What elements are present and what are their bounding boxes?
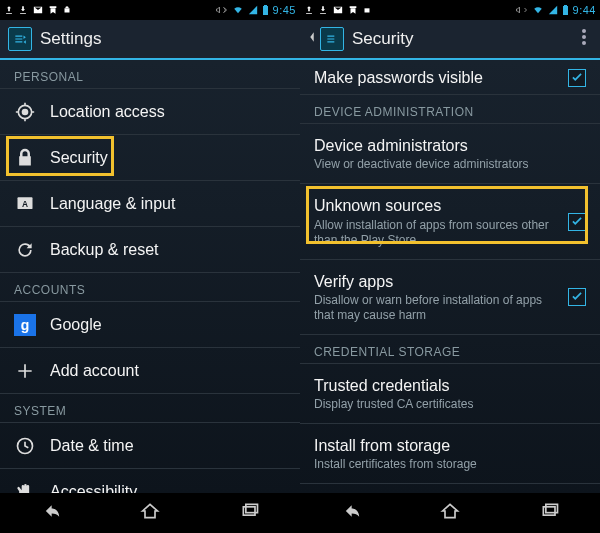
row-verify-apps[interactable]: Verify apps Disallow or warn before inst… [300,260,600,335]
clock-icon [14,435,36,457]
label-install: Install from storage [314,436,586,455]
navbar [300,493,600,533]
sub-verify: Disallow or warn before installation of … [314,293,554,323]
statusbar: 9:44 [300,0,600,20]
cat-personal: PERSONAL [0,60,300,88]
label-a11y: Accessibility [50,482,286,493]
cat-accounts: ACCOUNTS [0,273,300,301]
envelope-icon [332,5,344,15]
play-store-icon [348,5,358,15]
nav-home[interactable] [438,501,462,525]
label-datetime: Date & time [50,436,286,455]
plus-icon [14,360,36,382]
row-google-account[interactable]: g Google [0,302,300,348]
row-add-account[interactable]: Add account [0,348,300,394]
upload-icon [4,5,14,15]
label-location: Location access [50,102,286,121]
actionbar-title: Settings [40,29,101,49]
upload-icon [304,5,314,15]
wifi-icon [232,5,244,15]
label-trusted: Trusted credentials [314,376,586,395]
label-verify: Verify apps [314,272,554,291]
label-unknown: Unknown sources [314,196,554,215]
actionbar: Security [300,20,600,60]
chevron-left-icon [308,30,316,48]
sub-install: Install certificates from storage [314,457,586,472]
phone-settings: 9:45 Settings PERSONAL Location access [0,0,300,533]
cat-device-administration: DEVICE ADMINISTRATION [300,95,600,123]
envelope-icon [32,5,44,15]
location-icon [14,101,36,123]
svg-point-0 [22,109,29,116]
settings-app-icon[interactable] [8,27,32,51]
vibrate-icon [216,4,228,16]
settings-list[interactable]: PERSONAL Location access Security [0,60,300,493]
signal-icon [548,5,558,15]
backup-icon [14,239,36,261]
sub-unknown: Allow installation of apps from sources … [314,218,554,248]
nav-recent[interactable] [538,501,562,525]
actionbar-title: Security [352,29,413,49]
row-date-time[interactable]: Date & time [0,423,300,469]
svg-point-9 [582,41,586,45]
cat-system: SYSTEM [0,394,300,422]
sub-trusted: Display trusted CA certificates [314,397,586,412]
battery-icon [562,4,569,16]
checkbox-unknown-sources[interactable] [568,213,586,231]
row-location-access[interactable]: Location access [0,89,300,135]
android-icon [362,5,372,15]
nav-back[interactable] [38,501,62,525]
nav-home[interactable] [138,501,162,525]
label-devadmin: Device administrators [314,136,586,155]
clock: 9:45 [273,4,296,16]
download-icon [18,5,28,15]
label-language: Language & input [50,194,286,213]
settings-app-icon [320,27,344,51]
checkbox-makepwd[interactable] [568,69,586,87]
google-icon: g [14,314,36,336]
actionbar-up[interactable] [308,27,344,51]
svg-text:A: A [22,199,28,209]
svg-point-8 [582,35,586,39]
sub-devadmin: View or deactivate device administrators [314,157,586,172]
phone-security: 9:44 Security Make passwords visible [300,0,600,533]
cat-credential-storage: CREDENTIAL STORAGE [300,335,600,363]
vibrate-icon [516,4,528,16]
svg-point-7 [582,29,586,33]
android-icon [62,5,72,15]
statusbar: 9:45 [0,0,300,20]
row-trusted-credentials[interactable]: Trusted credentials Display trusted CA c… [300,364,600,424]
row-backup-reset[interactable]: Backup & reset [0,227,300,273]
checkbox-verify-apps[interactable] [568,288,586,306]
security-list[interactable]: Make passwords visible DEVICE ADMINISTRA… [300,60,600,493]
label-security: Security [50,148,286,167]
download-icon [318,5,328,15]
row-security[interactable]: Security [0,135,300,181]
row-device-administrators[interactable]: Device administrators View or deactivate… [300,124,600,184]
nav-recent[interactable] [238,501,262,525]
row-make-passwords-visible[interactable]: Make passwords visible [300,60,600,95]
signal-icon [248,5,258,15]
label-makepwd: Make passwords visible [314,68,554,87]
actionbar: Settings [0,20,300,60]
nav-back[interactable] [338,501,362,525]
lock-icon [14,147,36,169]
overflow-menu[interactable] [576,29,592,49]
label-google: Google [50,315,286,334]
row-accessibility[interactable]: Accessibility [0,469,300,493]
battery-icon [262,4,269,16]
clock: 9:44 [573,4,596,16]
label-addacct: Add account [50,361,286,380]
row-unknown-sources[interactable]: Unknown sources Allow installation of ap… [300,184,600,259]
navbar [0,493,300,533]
hand-icon [14,481,36,493]
language-icon: A [14,193,36,215]
play-store-icon [48,5,58,15]
label-backup: Backup & reset [50,240,286,259]
row-install-from-storage[interactable]: Install from storage Install certificate… [300,424,600,484]
row-clear-credentials: Clear credentials Remove all certificate… [300,484,600,493]
row-language-input[interactable]: A Language & input [0,181,300,227]
wifi-icon [532,5,544,15]
